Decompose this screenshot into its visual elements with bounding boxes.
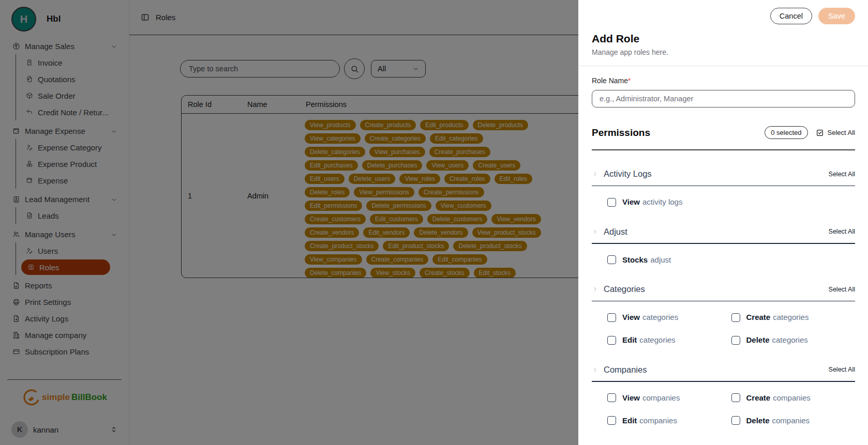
checkbox[interactable] <box>731 416 740 425</box>
section-divider <box>592 243 855 244</box>
section-items: ViewcompaniesCreatecompaniesEditcompanie… <box>607 392 855 426</box>
chevron-right-icon[interactable] <box>592 171 598 177</box>
section-divider <box>592 301 855 302</box>
permission-action: Create <box>746 313 771 321</box>
section-divider <box>592 186 855 187</box>
chevron-right-icon[interactable] <box>592 228 598 235</box>
checkbox[interactable] <box>731 393 740 402</box>
checkbox[interactable] <box>607 336 616 345</box>
checkbox[interactable] <box>607 416 616 425</box>
permission-item-label: Createcategories <box>746 313 809 322</box>
square-check-icon <box>816 129 824 137</box>
checkbox[interactable] <box>607 198 616 207</box>
permission-item: Editcategories <box>607 334 731 346</box>
permission-object: categories <box>772 335 808 344</box>
permission-section-adjust: AdjustSelect AllStocksadjust <box>592 221 855 266</box>
section-select-all[interactable]: Select All <box>829 228 855 235</box>
permission-section-activity-logs: Activity LogsSelect AllViewactivity logs <box>592 164 855 208</box>
section-select-all[interactable]: Select All <box>829 171 855 178</box>
permission-item: Viewcategories <box>607 312 731 323</box>
permission-item: Deletecompanies <box>731 415 856 426</box>
permission-action: Delete <box>746 416 770 425</box>
permission-item: Deletecategories <box>731 334 856 346</box>
permission-item: Createcompanies <box>731 392 856 404</box>
permission-item-label: Createcompanies <box>746 393 811 403</box>
permission-action: View <box>622 313 640 321</box>
permission-item-label: Deletecompanies <box>746 416 810 425</box>
permission-item: Createcategories <box>731 312 856 323</box>
permission-sections: Activity LogsSelect AllViewactivity logs… <box>592 164 855 426</box>
save-button[interactable]: Save <box>818 8 855 24</box>
permission-action: Edit <box>622 335 637 344</box>
selected-count-badge: 0 selected <box>765 126 807 139</box>
permission-object: adjust <box>650 255 671 264</box>
checkbox[interactable] <box>607 255 616 264</box>
permission-action: Edit <box>622 416 637 425</box>
permission-action: Stocks <box>622 255 648 264</box>
permission-item-label: Editcategories <box>622 335 676 345</box>
chevron-right-icon[interactable] <box>592 286 598 293</box>
required-asterisk: * <box>628 76 631 85</box>
permission-item-label: Deletecategories <box>746 335 808 345</box>
permission-action: View <box>622 197 640 206</box>
add-role-drawer: Cancel Save Add Role Manage app roles he… <box>578 0 868 445</box>
select-all-toggle[interactable]: Select All <box>816 129 855 137</box>
permission-item-label: Editcompanies <box>622 416 677 425</box>
checkbox[interactable] <box>731 313 740 322</box>
section-title: Activity Logs <box>604 169 824 179</box>
permissions-title: Permissions <box>592 127 765 139</box>
section-title: Companies <box>604 365 824 375</box>
permissions-divider <box>592 149 855 150</box>
app-root: H Hbl Manage SalesInvoiceQuotationsSale … <box>0 0 868 445</box>
permission-section-categories: CategoriesSelect AllViewcategoriesCreate… <box>592 279 855 346</box>
permission-item: Viewactivity logs <box>607 196 731 208</box>
drawer-subtitle: Manage app roles here. <box>592 48 855 56</box>
permission-section-companies: CompaniesSelect AllViewcompaniesCreateco… <box>592 359 855 426</box>
section-title: Adjust <box>604 227 824 237</box>
permission-object: categories <box>773 313 809 321</box>
chevron-right-icon[interactable] <box>592 366 598 373</box>
permission-item-label: Viewcategories <box>622 313 678 322</box>
permission-object: categories <box>639 335 675 344</box>
section-header: Activity LogsSelect All <box>592 164 855 185</box>
permission-object: companies <box>772 416 810 425</box>
permissions-header: Permissions 0 selected Select All <box>592 126 855 139</box>
section-select-all[interactable]: Select All <box>829 366 855 373</box>
section-select-all[interactable]: Select All <box>829 286 855 293</box>
drawer-title: Add Role <box>592 33 855 45</box>
section-header: CategoriesSelect All <box>592 279 855 300</box>
drawer-actions: Cancel Save <box>592 8 855 24</box>
role-name-label: Role Name* <box>592 76 855 85</box>
checkbox[interactable] <box>607 313 616 322</box>
permission-item: Stocksadjust <box>607 254 731 266</box>
permission-item-label: Viewcompanies <box>622 393 680 403</box>
permission-object: activity logs <box>642 197 683 206</box>
section-items: Viewactivity logs <box>607 196 855 208</box>
permission-item-label: Stocksadjust <box>622 255 671 265</box>
role-name-input[interactable] <box>592 90 855 108</box>
section-items: Stocksadjust <box>607 254 855 266</box>
section-header: AdjustSelect All <box>592 221 855 242</box>
checkbox[interactable] <box>607 393 616 402</box>
section-divider <box>592 381 855 382</box>
section-items: ViewcategoriesCreatecategoriesEditcatego… <box>607 312 855 346</box>
permission-object: companies <box>642 393 680 402</box>
permission-item: Viewcompanies <box>607 392 731 404</box>
section-title: Categories <box>604 284 824 294</box>
permission-action: Delete <box>746 335 770 344</box>
checkbox[interactable] <box>731 336 740 345</box>
cancel-button[interactable]: Cancel <box>770 8 812 24</box>
permission-action: View <box>622 393 640 402</box>
permission-item-label: Viewactivity logs <box>622 197 682 207</box>
permission-object: companies <box>773 393 811 402</box>
permission-object: categories <box>642 313 678 321</box>
section-header: CompaniesSelect All <box>592 359 855 380</box>
drawer-divider <box>578 66 868 66</box>
permission-object: companies <box>639 416 677 425</box>
permission-item: Editcompanies <box>607 415 731 426</box>
permission-action: Create <box>746 393 771 402</box>
